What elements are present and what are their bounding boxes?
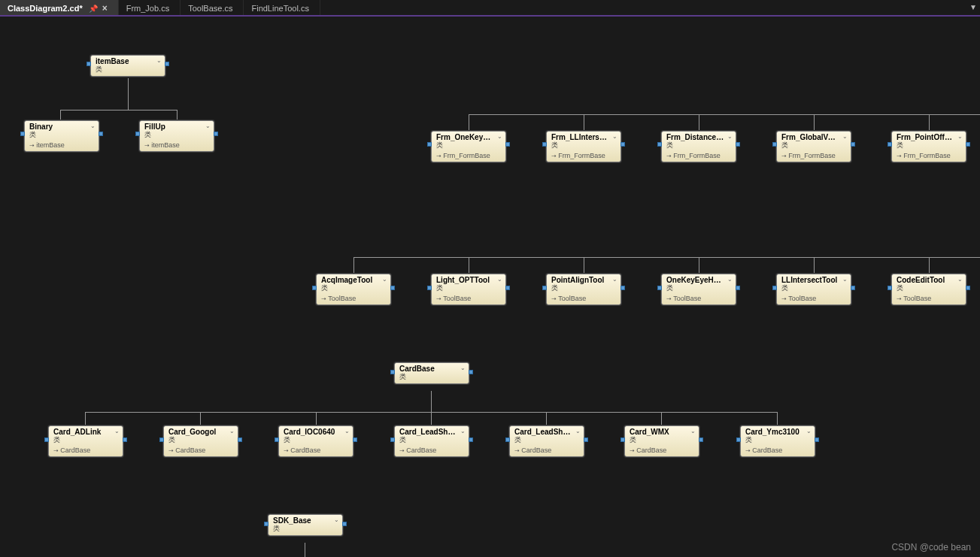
chevron-down-icon[interactable]: ⌄	[205, 123, 211, 129]
connector-dot[interactable]	[620, 437, 625, 442]
connector-dot[interactable]	[966, 286, 970, 290]
tab-findlinetool[interactable]: FindLineTool.cs	[244, 0, 320, 15]
chevron-down-icon[interactable]: ⌄	[229, 428, 235, 434]
connector-dot[interactable]	[390, 370, 395, 374]
class-card-adlink[interactable]: Card_ADLink⌄ 类 CardBase	[48, 425, 123, 457]
class-card-googol[interactable]: Card_Googol⌄ 类 CardBase	[163, 425, 238, 457]
class-lightopttool[interactable]: Light_OPTTool⌄ 类 ToolBase	[431, 274, 506, 305]
class-codeedittool[interactable]: CodeEditTool⌄ 类 ToolBase	[891, 274, 966, 305]
connector-dot[interactable]	[887, 142, 892, 147]
diagram-canvas[interactable]: itemBase⌄ 类 Binary⌄ 类 itemBase FillUp⌄ 类…	[0, 17, 980, 557]
connector-dot[interactable]	[353, 437, 357, 442]
connector-dot[interactable]	[772, 142, 777, 147]
class-card-ymc3100[interactable]: Card_Ymc3100⌄ 类 CardBase	[740, 425, 815, 457]
connector-dot[interactable]	[469, 370, 473, 374]
connector-dot[interactable]	[736, 286, 740, 290]
chevron-down-icon[interactable]: ⌄	[842, 276, 848, 283]
connector-dot[interactable]	[542, 142, 547, 147]
tab-overflow-icon[interactable]: ▼	[969, 3, 977, 11]
class-frm-pointoffs[interactable]: Frm_PointOffs...⌄ 类 Frm_FormBase	[891, 131, 966, 162]
chevron-down-icon[interactable]: ⌄	[806, 428, 812, 434]
class-card-leadshin-2[interactable]: Card_LeadShin...⌄ 类 CardBase	[509, 425, 584, 457]
chevron-down-icon[interactable]: ⌄	[497, 133, 502, 140]
close-icon[interactable]: ×	[102, 3, 108, 14]
chevron-down-icon[interactable]: ⌄	[156, 57, 162, 64]
chevron-down-icon[interactable]: ⌄	[612, 133, 617, 140]
class-cardbase[interactable]: CardBase⌄ 类	[394, 362, 469, 384]
connector-dot[interactable]	[427, 142, 432, 147]
class-card-leadshin-1[interactable]: Card_LeadShin...⌄ 类 CardBase	[394, 425, 469, 457]
connector-dot[interactable]	[20, 132, 25, 136]
chevron-down-icon[interactable]: ⌄	[575, 428, 581, 434]
class-fillup[interactable]: FillUp⌄ 类 itemBase	[139, 120, 214, 152]
connector-dot[interactable]	[159, 437, 164, 442]
connector-dot[interactable]	[86, 62, 91, 66]
connector-dot[interactable]	[390, 437, 395, 442]
connector-dot[interactable]	[620, 286, 625, 290]
chevron-down-icon[interactable]: ⌄	[90, 123, 96, 129]
connector-dot[interactable]	[264, 522, 269, 526]
connector-dot[interactable]	[851, 286, 855, 290]
chevron-down-icon[interactable]: ⌄	[460, 428, 466, 434]
class-acqimagetool[interactable]: AcqImageTool⌄ 类 ToolBase	[316, 274, 391, 305]
connector-dot[interactable]	[736, 142, 740, 147]
connector-dot[interactable]	[505, 286, 510, 290]
connector-dot[interactable]	[505, 437, 510, 442]
chevron-down-icon[interactable]: ⌄	[727, 133, 733, 140]
connector-dot[interactable]	[620, 142, 625, 147]
connector-dot[interactable]	[851, 142, 855, 147]
chevron-down-icon[interactable]: ⌄	[460, 365, 466, 371]
connector-dot[interactable]	[736, 437, 741, 442]
class-llintersecttool[interactable]: LLIntersectTool⌄ 类 ToolBase	[776, 274, 851, 305]
connector-dot[interactable]	[699, 437, 703, 442]
chevron-down-icon[interactable]: ⌄	[114, 428, 120, 434]
chevron-down-icon[interactable]: ⌄	[612, 276, 617, 283]
connector-dot[interactable]	[657, 142, 662, 147]
class-frm-onekeyeye[interactable]: Frm_OneKeyEy...⌄ 类 Frm_FormBase	[431, 131, 506, 162]
connector-dot[interactable]	[505, 142, 510, 147]
chevron-down-icon[interactable]: ⌄	[957, 133, 963, 140]
connector-dot[interactable]	[135, 132, 140, 136]
connector-dot[interactable]	[469, 437, 473, 442]
chevron-down-icon[interactable]: ⌄	[957, 276, 963, 283]
connector-dot[interactable]	[312, 286, 317, 290]
chevron-down-icon[interactable]: ⌄	[382, 276, 387, 283]
class-card-ioc0640[interactable]: Card_IOC0640⌄ 类 CardBase	[278, 425, 353, 457]
connector-dot[interactable]	[99, 132, 103, 136]
pin-icon[interactable]: 📌	[89, 5, 98, 13]
chevron-down-icon[interactable]: ⌄	[842, 133, 848, 140]
connector-dot[interactable]	[123, 437, 127, 442]
chevron-down-icon[interactable]: ⌄	[497, 276, 502, 283]
connector-dot[interactable]	[238, 437, 242, 442]
connector-dot[interactable]	[815, 437, 819, 442]
tab-frm-job[interactable]: Frm_Job.cs	[119, 0, 181, 15]
connector-dot[interactable]	[772, 286, 777, 290]
class-frm-llintersect[interactable]: Frm_LLIntersec...⌄ 类 Frm_FormBase	[546, 131, 621, 162]
chevron-down-icon[interactable]: ⌄	[344, 428, 350, 434]
class-onekeyeyehan[interactable]: OneKeyEyeHan...⌄ 类 ToolBase	[661, 274, 736, 305]
chevron-down-icon[interactable]: ⌄	[727, 276, 733, 283]
connector-dot[interactable]	[887, 286, 892, 290]
connector-dot[interactable]	[966, 142, 970, 147]
class-pointaligntool[interactable]: PointAlignTool⌄ 类 ToolBase	[546, 274, 621, 305]
tab-classdiagram[interactable]: ClassDiagram2.cd* 📌 ×	[0, 0, 119, 15]
connector-dot[interactable]	[542, 286, 547, 290]
connector-dot[interactable]	[390, 286, 395, 290]
class-binary[interactable]: Binary⌄ 类 itemBase	[24, 120, 99, 152]
chevron-down-icon[interactable]: ⌄	[334, 516, 339, 523]
connector-dot[interactable]	[657, 286, 662, 290]
class-sdk-base[interactable]: SDK_Base⌄ 类	[268, 514, 343, 536]
connector-dot[interactable]	[275, 437, 279, 442]
connector-dot[interactable]	[165, 62, 169, 66]
chevron-down-icon[interactable]: ⌄	[690, 428, 696, 434]
connector-dot[interactable]	[44, 437, 49, 442]
connector-dot[interactable]	[584, 437, 588, 442]
class-frm-globalvar[interactable]: Frm_GlobalVar...⌄ 类 Frm_FormBase	[776, 131, 851, 162]
class-itembase[interactable]: itemBase⌄ 类	[90, 55, 165, 77]
connector-dot[interactable]	[427, 286, 432, 290]
tab-toolbase[interactable]: ToolBase.cs	[181, 0, 244, 15]
class-card-wmx[interactable]: Card_WMX⌄ 类 CardBase	[624, 425, 699, 457]
class-frm-distance[interactable]: Frm_DistanceP...⌄ 类 Frm_FormBase	[661, 131, 736, 162]
connector-dot[interactable]	[342, 522, 347, 526]
connector-dot[interactable]	[214, 132, 218, 136]
